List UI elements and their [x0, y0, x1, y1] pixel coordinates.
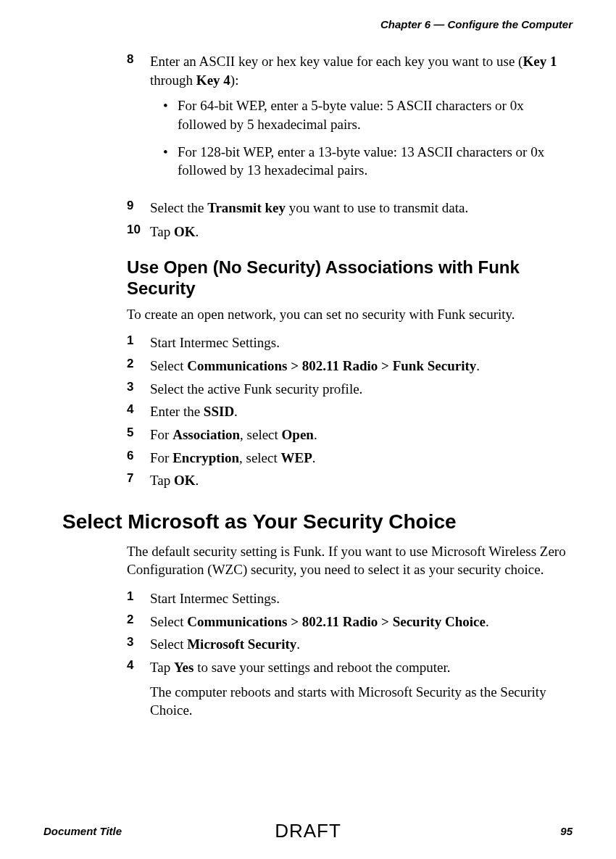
bold: OK: [174, 473, 196, 488]
text: For: [150, 427, 172, 442]
step-4: 4 Enter the SSID.: [127, 402, 573, 421]
text: .: [312, 450, 316, 465]
step-body: Select Communications > 802.11 Radio > F…: [150, 357, 573, 375]
step-body: For Association, select Open.: [150, 426, 573, 444]
step-2: 2 Select Communications > 802.11 Radio >…: [127, 613, 573, 631]
text: Select: [150, 358, 187, 373]
step-body: Select Communications > 802.11 Radio > S…: [150, 613, 573, 631]
text: ):: [230, 72, 239, 88]
step-number: 8: [127, 52, 150, 188]
text: Select the: [150, 200, 207, 215]
step-number: 2: [127, 357, 150, 375]
footer-doc-title: Document Title: [43, 825, 122, 837]
step-4: 4 Tap Yes to save your settings and rebo…: [127, 658, 573, 677]
step-body: Start Intermec Settings.: [150, 589, 573, 608]
bold: SSID: [204, 404, 234, 419]
paragraph: The default security setting is Funk. If…: [127, 542, 573, 579]
step-body: Enter an ASCII key or hex key value for …: [150, 52, 573, 188]
text: .: [486, 614, 489, 629]
text: Enter an ASCII key or hex key value for …: [150, 54, 523, 69]
step-number: 7: [127, 471, 150, 490]
step-1: 1 Start Intermec Settings.: [127, 333, 573, 352]
step-body: Select Microsoft Security.: [150, 635, 573, 654]
ordered-list: 1 Start Intermec Settings. 2 Select Comm…: [127, 589, 573, 677]
bullet-item: • For 64-bit WEP, enter a 5-byte value: …: [163, 96, 573, 133]
bullet-item: • For 128-bit WEP, enter a 13-byte value…: [163, 143, 573, 180]
bullet-text: For 64-bit WEP, enter a 5-byte value: 5 …: [178, 96, 573, 133]
text: .: [476, 358, 480, 373]
text: , select: [239, 450, 281, 465]
step-number: 1: [127, 333, 150, 352]
footer-draft-watermark: DRAFT: [275, 820, 341, 842]
text: Tap: [150, 660, 174, 675]
text: Select: [150, 614, 187, 629]
paragraph: To create an open network, you can set n…: [127, 305, 573, 324]
subsection-heading: Use Open (No Security) Associations with…: [127, 257, 573, 299]
step-body: Select the Transmit key you want to use …: [150, 199, 573, 217]
page: Chapter 6 — Configure the Computer 8 Ent…: [0, 0, 616, 859]
step-number: 6: [127, 449, 150, 468]
text: , select: [240, 427, 282, 442]
bold: Transmit key: [207, 200, 286, 215]
bold: WEP: [281, 450, 312, 465]
step-1: 1 Start Intermec Settings.: [127, 589, 573, 608]
bullet-text: For 128-bit WEP, enter a 13-byte value: …: [178, 143, 573, 180]
chapter-header: Chapter 6 — Configure the Computer: [43, 18, 573, 30]
text: .: [234, 404, 238, 419]
text: Select: [150, 636, 187, 652]
bold: Open: [282, 427, 314, 442]
page-footer: Document Title DRAFT 95: [43, 825, 573, 837]
text: Tap: [150, 224, 174, 239]
step-number: 2: [127, 613, 150, 631]
ordered-list: 1 Start Intermec Settings. 2 Select Comm…: [127, 333, 573, 489]
text: Enter the: [150, 404, 204, 419]
text: .: [314, 427, 317, 442]
bold: Microsoft Security: [187, 636, 296, 652]
step-body: Tap Yes to save your settings and reboot…: [150, 658, 573, 677]
step-body: Select the active Funk security profile.: [150, 380, 573, 399]
text: Tap: [150, 473, 174, 488]
step-3: 3 Select the active Funk security profil…: [127, 380, 573, 399]
step-number: 5: [127, 426, 150, 444]
text: you want to use to transmit data.: [286, 200, 468, 215]
step-number: 1: [127, 589, 150, 608]
bold: Key 4: [196, 72, 230, 88]
step-body: For Encryption, select WEP.: [150, 449, 573, 468]
bold: OK: [174, 224, 196, 239]
text: through: [150, 72, 196, 88]
step-body: Start Intermec Settings.: [150, 333, 573, 352]
followup-text: The computer reboots and starts with Mic…: [150, 683, 573, 720]
step-9: 9 Select the Transmit key you want to us…: [127, 199, 573, 217]
step-body: Tap OK.: [150, 471, 573, 490]
step-number: 4: [127, 402, 150, 421]
bold: Communications > 802.11 Radio > Funk Sec…: [187, 358, 476, 373]
bold: Communications > 802.11 Radio > Security…: [187, 614, 486, 629]
step-2: 2 Select Communications > 802.11 Radio >…: [127, 357, 573, 375]
bold: Yes: [174, 660, 193, 675]
text: .: [296, 636, 300, 652]
text: to save your settings and reboot the com…: [193, 660, 450, 675]
text: .: [196, 473, 199, 488]
content-area: 8 Enter an ASCII key or hex key value fo…: [127, 52, 573, 490]
step-10: 10 Tap OK.: [127, 223, 573, 241]
content-area-2: The default security setting is Funk. If…: [127, 542, 573, 720]
step-number: 3: [127, 380, 150, 399]
text: For: [150, 450, 172, 465]
bold: Association: [172, 427, 240, 442]
bold: Encryption: [172, 450, 239, 465]
step-8: 8 Enter an ASCII key or hex key value fo…: [127, 52, 573, 188]
step-body: Enter the SSID.: [150, 402, 573, 421]
step-number: 10: [127, 223, 150, 241]
footer-page-number: 95: [560, 825, 573, 837]
step-number: 4: [127, 658, 150, 677]
bullet-mark: •: [163, 143, 178, 180]
step-3: 3 Select Microsoft Security.: [127, 635, 573, 654]
bullet-mark: •: [163, 96, 178, 133]
step-body: Tap OK.: [150, 223, 573, 241]
step-number: 3: [127, 635, 150, 654]
step-7: 7 Tap OK.: [127, 471, 573, 490]
step-5: 5 For Association, select Open.: [127, 426, 573, 444]
step-6: 6 For Encryption, select WEP.: [127, 449, 573, 468]
step-number: 9: [127, 199, 150, 217]
text: .: [196, 224, 199, 239]
